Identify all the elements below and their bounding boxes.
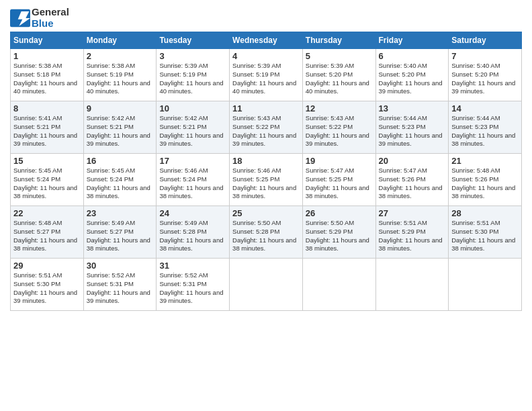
day-info: Sunrise: 5:52 AMSunset: 5:31 PMDaylight:… <box>159 271 223 304</box>
day-number: 25 <box>232 208 300 218</box>
day-info: Sunrise: 5:50 AMSunset: 5:28 PMDaylight:… <box>232 219 296 252</box>
day-info: Sunrise: 5:48 AMSunset: 5:26 PMDaylight:… <box>451 167 515 199</box>
calendar-day-cell: 16Sunrise: 5:45 AMSunset: 5:24 PMDayligh… <box>83 154 157 206</box>
day-info: Sunrise: 5:51 AMSunset: 5:29 PMDaylight:… <box>379 219 443 252</box>
day-number: 23 <box>87 208 154 218</box>
calendar-day-cell: 24Sunrise: 5:49 AMSunset: 5:28 PMDayligh… <box>157 206 230 259</box>
calendar-day-cell: 3Sunrise: 5:39 AMSunset: 5:19 PMDaylight… <box>157 49 230 101</box>
calendar-week-row: 1Sunrise: 5:38 AMSunset: 5:18 PMDaylight… <box>11 49 522 101</box>
calendar-day-cell: 6Sunrise: 5:40 AMSunset: 5:20 PMDaylight… <box>375 49 449 101</box>
day-info: Sunrise: 5:41 AMSunset: 5:21 PMDaylight:… <box>13 114 77 147</box>
day-number: 22 <box>13 208 81 218</box>
day-info: Sunrise: 5:49 AMSunset: 5:28 PMDaylight:… <box>159 219 223 252</box>
day-info: Sunrise: 5:39 AMSunset: 5:19 PMDaylight:… <box>159 62 223 95</box>
day-number: 30 <box>87 261 154 271</box>
day-info: Sunrise: 5:45 AMSunset: 5:24 PMDaylight:… <box>13 167 77 199</box>
weekday-header-cell: Friday <box>375 32 449 49</box>
logo-text: General Blue <box>32 7 69 29</box>
calendar-day-cell: 19Sunrise: 5:47 AMSunset: 5:25 PMDayligh… <box>302 154 375 206</box>
day-info: Sunrise: 5:47 AMSunset: 5:26 PMDaylight:… <box>379 167 443 199</box>
page-container: General Blue SundayMondayTuesdayWednesda… <box>0 0 532 314</box>
day-number: 6 <box>379 51 446 61</box>
day-info: Sunrise: 5:39 AMSunset: 5:20 PMDaylight:… <box>306 62 369 95</box>
calendar-day-cell: 29Sunrise: 5:51 AMSunset: 5:30 PMDayligh… <box>11 259 84 311</box>
day-number: 16 <box>87 156 154 166</box>
day-info: Sunrise: 5:40 AMSunset: 5:20 PMDaylight:… <box>451 62 515 95</box>
day-number: 11 <box>232 103 300 113</box>
calendar-day-cell <box>375 259 449 311</box>
day-info: Sunrise: 5:46 AMSunset: 5:25 PMDaylight:… <box>232 167 296 199</box>
day-number: 21 <box>451 156 519 166</box>
day-number: 15 <box>13 156 81 166</box>
calendar-day-cell: 11Sunrise: 5:43 AMSunset: 5:22 PMDayligh… <box>230 101 303 154</box>
calendar-day-cell: 31Sunrise: 5:52 AMSunset: 5:31 PMDayligh… <box>157 259 230 311</box>
day-number: 10 <box>159 103 226 113</box>
day-number: 24 <box>159 208 226 218</box>
day-number: 19 <box>306 156 373 166</box>
calendar-body: 1Sunrise: 5:38 AMSunset: 5:18 PMDaylight… <box>11 49 522 311</box>
calendar-day-cell: 21Sunrise: 5:48 AMSunset: 5:26 PMDayligh… <box>449 154 522 206</box>
day-info: Sunrise: 5:38 AMSunset: 5:18 PMDaylight:… <box>13 62 77 95</box>
day-number: 14 <box>451 103 519 113</box>
day-info: Sunrise: 5:52 AMSunset: 5:31 PMDaylight:… <box>87 271 150 304</box>
day-info: Sunrise: 5:38 AMSunset: 5:19 PMDaylight:… <box>87 62 150 95</box>
day-info: Sunrise: 5:46 AMSunset: 5:24 PMDaylight:… <box>159 167 223 199</box>
day-number: 4 <box>232 51 300 61</box>
day-number: 20 <box>379 156 446 166</box>
calendar-day-cell <box>302 259 375 311</box>
calendar-day-cell: 1Sunrise: 5:38 AMSunset: 5:18 PMDaylight… <box>11 49 84 101</box>
logo: General Blue <box>10 7 69 29</box>
day-number: 7 <box>451 51 519 61</box>
day-info: Sunrise: 5:40 AMSunset: 5:20 PMDaylight:… <box>379 62 443 95</box>
day-info: Sunrise: 5:51 AMSunset: 5:30 PMDaylight:… <box>13 271 77 304</box>
day-info: Sunrise: 5:47 AMSunset: 5:25 PMDaylight:… <box>306 167 369 199</box>
day-info: Sunrise: 5:45 AMSunset: 5:24 PMDaylight:… <box>87 167 150 199</box>
day-number: 18 <box>232 156 300 166</box>
calendar-day-cell: 17Sunrise: 5:46 AMSunset: 5:24 PMDayligh… <box>157 154 230 206</box>
weekday-header-cell: Wednesday <box>230 32 303 49</box>
weekday-header-cell: Monday <box>83 32 157 49</box>
day-number: 27 <box>379 208 446 218</box>
day-number: 1 <box>13 51 81 61</box>
day-info: Sunrise: 5:44 AMSunset: 5:23 PMDaylight:… <box>451 114 515 147</box>
logo-icon <box>10 9 30 28</box>
day-number: 5 <box>306 51 373 61</box>
day-info: Sunrise: 5:50 AMSunset: 5:29 PMDaylight:… <box>306 219 369 252</box>
weekday-header-cell: Sunday <box>11 32 84 49</box>
weekday-header-cell: Saturday <box>449 32 522 49</box>
day-number: 13 <box>379 103 446 113</box>
day-number: 31 <box>159 261 226 271</box>
weekday-header-cell: Tuesday <box>157 32 230 49</box>
day-number: 17 <box>159 156 226 166</box>
day-info: Sunrise: 5:42 AMSunset: 5:21 PMDaylight:… <box>87 114 150 147</box>
calendar-day-cell: 10Sunrise: 5:42 AMSunset: 5:21 PMDayligh… <box>157 101 230 154</box>
calendar-day-cell: 23Sunrise: 5:49 AMSunset: 5:27 PMDayligh… <box>83 206 157 259</box>
calendar-week-row: 29Sunrise: 5:51 AMSunset: 5:30 PMDayligh… <box>11 259 522 311</box>
calendar-week-row: 22Sunrise: 5:48 AMSunset: 5:27 PMDayligh… <box>11 206 522 259</box>
weekday-header-cell: Thursday <box>302 32 375 49</box>
calendar-day-cell: 8Sunrise: 5:41 AMSunset: 5:21 PMDaylight… <box>11 101 84 154</box>
calendar-day-cell: 13Sunrise: 5:44 AMSunset: 5:23 PMDayligh… <box>375 101 449 154</box>
day-info: Sunrise: 5:51 AMSunset: 5:30 PMDaylight:… <box>451 219 515 252</box>
calendar-day-cell: 14Sunrise: 5:44 AMSunset: 5:23 PMDayligh… <box>449 101 522 154</box>
calendar-day-cell: 2Sunrise: 5:38 AMSunset: 5:19 PMDaylight… <box>83 49 157 101</box>
page-header: General Blue <box>10 7 522 29</box>
calendar-day-cell: 4Sunrise: 5:39 AMSunset: 5:19 PMDaylight… <box>230 49 303 101</box>
day-info: Sunrise: 5:44 AMSunset: 5:23 PMDaylight:… <box>379 114 443 147</box>
day-info: Sunrise: 5:42 AMSunset: 5:21 PMDaylight:… <box>159 114 223 147</box>
calendar-day-cell: 5Sunrise: 5:39 AMSunset: 5:20 PMDaylight… <box>302 49 375 101</box>
day-number: 29 <box>13 261 81 271</box>
calendar-day-cell: 30Sunrise: 5:52 AMSunset: 5:31 PMDayligh… <box>83 259 157 311</box>
calendar-week-row: 15Sunrise: 5:45 AMSunset: 5:24 PMDayligh… <box>11 154 522 206</box>
calendar-day-cell <box>449 259 522 311</box>
calendar-day-cell: 28Sunrise: 5:51 AMSunset: 5:30 PMDayligh… <box>449 206 522 259</box>
calendar-day-cell <box>230 259 303 311</box>
calendar-table: SundayMondayTuesdayWednesdayThursdayFrid… <box>10 32 522 311</box>
calendar-day-cell: 15Sunrise: 5:45 AMSunset: 5:24 PMDayligh… <box>11 154 84 206</box>
weekday-header-row: SundayMondayTuesdayWednesdayThursdayFrid… <box>11 32 522 49</box>
day-info: Sunrise: 5:39 AMSunset: 5:19 PMDaylight:… <box>232 62 296 95</box>
calendar-day-cell: 26Sunrise: 5:50 AMSunset: 5:29 PMDayligh… <box>302 206 375 259</box>
day-number: 8 <box>13 103 81 113</box>
calendar-day-cell: 9Sunrise: 5:42 AMSunset: 5:21 PMDaylight… <box>83 101 157 154</box>
day-number: 26 <box>306 208 373 218</box>
